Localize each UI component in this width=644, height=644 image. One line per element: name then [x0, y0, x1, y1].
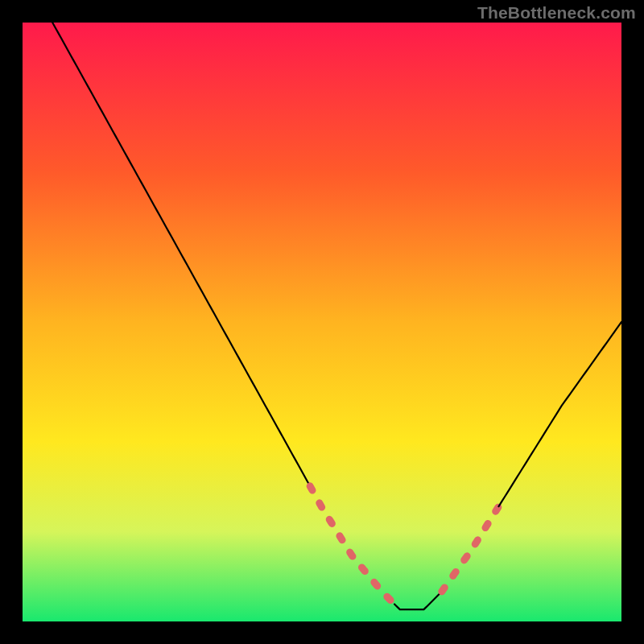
chart-plot-area [23, 23, 621, 621]
watermark-text: TheBottleneck.com [477, 3, 636, 23]
chart-svg [0, 0, 644, 644]
chart-container: TheBottleneck.com [0, 0, 644, 644]
